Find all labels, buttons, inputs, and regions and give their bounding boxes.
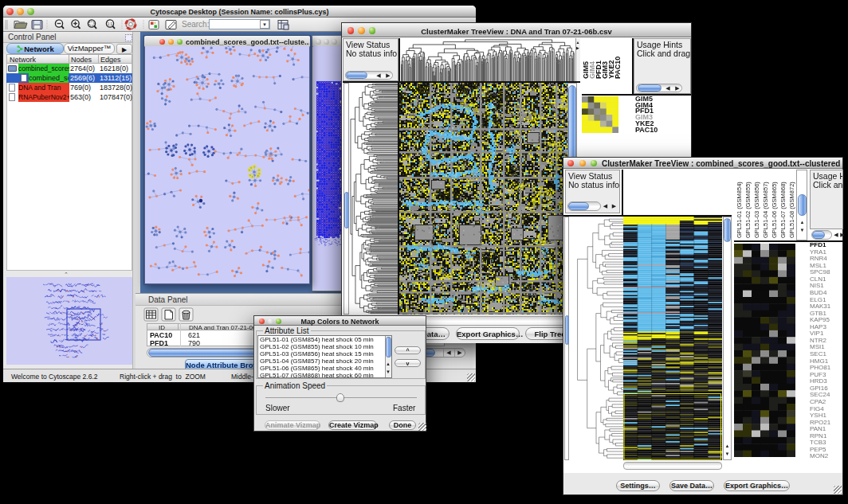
svg-text:1:1: 1:1 (108, 22, 113, 26)
